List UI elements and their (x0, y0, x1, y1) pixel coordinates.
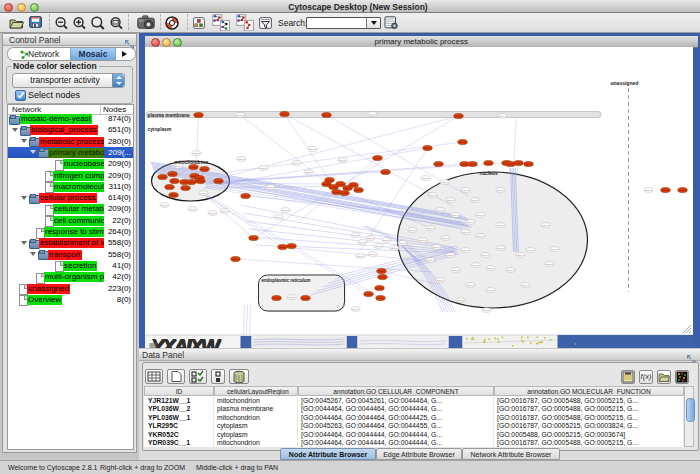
svg-text:label n: label n (352, 308, 359, 310)
svg-text:label n: label n (288, 296, 295, 298)
svg-text:label n: label n (527, 249, 534, 251)
svg-text:label n: label n (399, 242, 406, 244)
svg-text:label n: label n (522, 284, 529, 286)
svg-text:label n: label n (477, 235, 484, 237)
svg-text:label n: label n (437, 209, 444, 211)
svg-text:label n: label n (282, 209, 289, 211)
svg-text:label n: label n (447, 199, 454, 201)
svg-text:label n: label n (427, 227, 434, 229)
svg-text:nucleus: nucleus (479, 171, 497, 176)
svg-text:label n: label n (542, 224, 549, 226)
svg-text:plasma membrane: plasma membrane (147, 113, 189, 118)
svg-text:label n: label n (221, 210, 228, 212)
svg-text:label n: label n (419, 239, 426, 241)
svg-text:label n: label n (482, 254, 489, 256)
svg-text:label n: label n (293, 162, 300, 164)
svg-text:label n: label n (275, 216, 282, 218)
svg-text:label n: label n (472, 199, 479, 201)
svg-text:label n: label n (200, 192, 207, 194)
svg-text:label n: label n (497, 189, 504, 191)
svg-text:endoplasmic reticulum: endoplasmic reticulum (261, 278, 310, 283)
svg-text:label n: label n (452, 214, 459, 216)
svg-text:label n: label n (497, 224, 504, 226)
svg-text:label n: label n (238, 158, 245, 160)
svg-text:label n: label n (193, 152, 200, 154)
svg-text:label n: label n (367, 237, 374, 239)
svg-text:label n: label n (483, 309, 490, 311)
svg-text:label n: label n (409, 229, 416, 231)
svg-text:unassigned: unassigned (610, 80, 638, 86)
svg-text:label n: label n (305, 171, 312, 173)
svg-text:label n: label n (477, 214, 484, 216)
svg-text:cytoplasm: cytoplasm (147, 127, 171, 132)
svg-text:label n: label n (267, 186, 274, 188)
svg-text:label n: label n (357, 255, 364, 257)
svg-text:label n: label n (375, 245, 382, 247)
svg-text:label n: label n (209, 212, 216, 214)
svg-text:label n: label n (189, 208, 196, 210)
svg-text:label n: label n (175, 165, 182, 167)
svg-text:label n: label n (352, 234, 359, 236)
svg-text:label n: label n (462, 189, 469, 191)
svg-text:YXAIXW: YXAIXW (151, 335, 222, 349)
svg-text:label n: label n (422, 177, 429, 179)
svg-text:label n: label n (497, 247, 504, 249)
svg-text:label n: label n (429, 194, 436, 196)
svg-text:label n: label n (369, 253, 376, 255)
svg-text:label n: label n (260, 167, 267, 169)
svg-text:label n: label n (507, 269, 514, 271)
svg-text:label n: label n (359, 241, 366, 243)
svg-text:label n: label n (551, 248, 558, 250)
svg-text:label n: label n (487, 267, 494, 269)
svg-text:label n: label n (467, 284, 474, 286)
svg-text:label n: label n (546, 263, 553, 265)
svg-text:label n: label n (383, 239, 390, 241)
svg-text:label n: label n (237, 114, 244, 116)
svg-text:label n: label n (437, 279, 444, 281)
svg-text:label n: label n (447, 254, 454, 256)
svg-text:label n: label n (433, 246, 440, 248)
svg-text:label n: label n (462, 249, 469, 251)
svg-text:label n: label n (452, 269, 459, 271)
svg-text:label n: label n (391, 247, 398, 249)
svg-text:label n: label n (462, 231, 469, 233)
svg-text:label n: label n (472, 264, 479, 266)
svg-text:label n: label n (339, 159, 346, 161)
svg-text:label n: label n (487, 289, 494, 291)
svg-text:label n: label n (427, 259, 434, 261)
svg-text:label n: label n (161, 204, 168, 206)
svg-text:label n: label n (517, 254, 524, 256)
svg-text:label n: label n (442, 237, 449, 239)
svg-text:label n: label n (457, 299, 464, 301)
svg-text:label n: label n (645, 189, 652, 191)
svg-text:label n: label n (467, 221, 474, 223)
svg-text:label n: label n (369, 113, 376, 115)
svg-text:label n: label n (309, 148, 316, 150)
svg-text:label n: label n (441, 181, 448, 183)
svg-text:label n: label n (499, 115, 506, 117)
